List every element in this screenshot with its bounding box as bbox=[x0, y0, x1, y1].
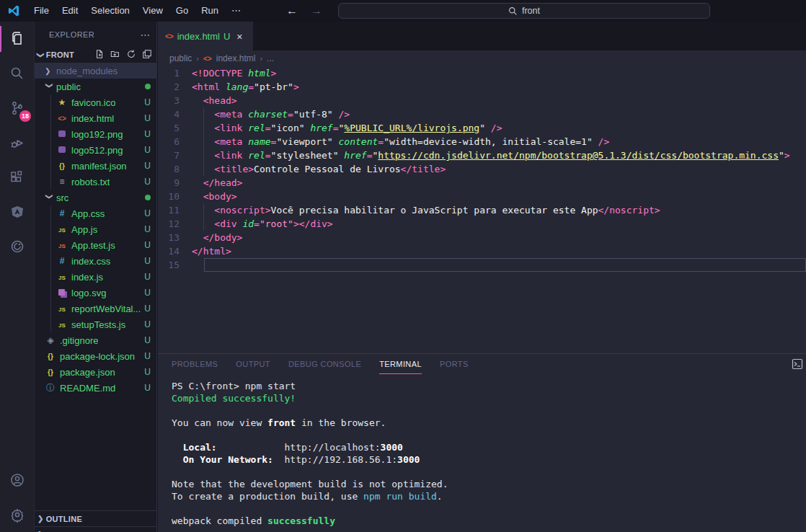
breadcrumb-public[interactable]: public bbox=[169, 53, 192, 63]
panel-tab-debug-console[interactable]: DEBUG CONSOLE bbox=[288, 354, 361, 374]
terminal-output[interactable]: PS C:\front> npm startCompiled successfu… bbox=[158, 374, 806, 527]
new-terminal-icon[interactable] bbox=[792, 358, 803, 370]
file-label: public bbox=[56, 81, 81, 92]
file-robots-txt[interactable]: ≡robots.txtU bbox=[35, 174, 156, 190]
search-icon bbox=[9, 65, 26, 82]
editor-area: <> index.html U × public › <> index.html… bbox=[158, 22, 806, 353]
activity-source-control[interactable]: 18 bbox=[0, 91, 35, 125]
panel-tab-problems[interactable]: PROBLEMS bbox=[172, 354, 218, 374]
folder-public[interactable]: ❯public bbox=[35, 79, 156, 94]
code-line-12[interactable]: 12 <div id="root"></div> bbox=[158, 217, 806, 231]
file-index-js[interactable]: JSindex.jsU bbox=[35, 269, 156, 285]
menu-item-selection[interactable]: Selection bbox=[84, 0, 136, 22]
activity-run-debug[interactable] bbox=[0, 125, 35, 160]
file-index-css[interactable]: #index.cssU bbox=[35, 253, 156, 269]
menu-item-view[interactable]: View bbox=[136, 0, 169, 22]
new-file-button[interactable] bbox=[94, 49, 105, 61]
folder-src[interactable]: ❯src bbox=[35, 190, 156, 205]
breadcrumb-symbol[interactable]: ... bbox=[267, 53, 274, 63]
breadcrumb-file[interactable]: index.html bbox=[216, 53, 256, 63]
file-logo512-png[interactable]: logo512.pngU bbox=[35, 142, 156, 158]
panel-tab-ports[interactable]: PORTS bbox=[440, 354, 469, 374]
history-navigation: ← → bbox=[286, 4, 322, 17]
git-modified-dot bbox=[145, 195, 151, 200]
code-line-15[interactable]: 15 bbox=[158, 258, 806, 272]
file-label: logo192.png bbox=[71, 129, 123, 140]
panel-actions bbox=[792, 358, 803, 373]
collapse-all-button[interactable] bbox=[142, 49, 152, 61]
line-number: 7 bbox=[158, 148, 192, 162]
panel-tab-output[interactable]: OUTPUT bbox=[236, 354, 270, 374]
folder-node-modules[interactable]: ❯node_modules bbox=[35, 63, 156, 79]
code-line-9[interactable]: 9 </head> bbox=[158, 176, 806, 190]
activity-settings[interactable] bbox=[0, 497, 35, 532]
code-line-10[interactable]: 10 <body> bbox=[158, 190, 806, 203]
file-logo-svg[interactable]: logo.svgU bbox=[35, 285, 156, 301]
file-label: App.js bbox=[71, 224, 97, 235]
file-logo192-png[interactable]: logo192.pngU bbox=[35, 126, 156, 142]
file--gitignore[interactable]: ◈.gitignoreU bbox=[35, 332, 156, 348]
file-package-json[interactable]: {}package.jsonU bbox=[35, 364, 156, 380]
file-favicon-ico[interactable]: ★favicon.icoU bbox=[35, 94, 156, 110]
code-line-7[interactable]: 7 <link rel="stylesheet" href="https://c… bbox=[158, 148, 806, 162]
file-reportwebvital-[interactable]: JSreportWebVital...U bbox=[35, 301, 156, 316]
code-line-8[interactable]: 8 <title>Controle Pessoal de Livros</tit… bbox=[158, 162, 806, 176]
menu-item-edit[interactable]: Edit bbox=[56, 0, 84, 22]
code-line-text: <meta name="viewport" content="width=dev… bbox=[192, 135, 806, 148]
code-line-1[interactable]: 1<!DOCTYPE html> bbox=[158, 66, 806, 80]
code-editor[interactable]: 1<!DOCTYPE html>2<html lang="pt-br">3 <h… bbox=[158, 66, 806, 353]
close-icon[interactable]: × bbox=[236, 31, 242, 43]
code-line-6[interactable]: 6 <meta name="viewport" content="width=d… bbox=[158, 135, 806, 148]
menu-item-file[interactable]: File bbox=[27, 0, 56, 22]
menu-item-more[interactable]: ⋯ bbox=[225, 0, 247, 22]
code-line-text: <meta charset="utf-8" /> bbox=[192, 107, 806, 121]
file-package-lock-json[interactable]: {}package-lock.jsonU bbox=[35, 348, 156, 364]
code-line-3[interactable]: 3 <head> bbox=[158, 94, 806, 107]
accounts-icon bbox=[9, 471, 26, 489]
code-line-2[interactable]: 2<html lang="pt-br"> bbox=[158, 80, 806, 94]
file-app-js[interactable]: JSApp.jsU bbox=[35, 221, 156, 237]
panel-tab-terminal[interactable]: TERMINAL bbox=[379, 354, 422, 374]
activity-shield-a-extension[interactable] bbox=[0, 195, 35, 229]
code-line-14[interactable]: 14</html> bbox=[158, 244, 806, 258]
line-number: 12 bbox=[158, 217, 192, 231]
explorer-section-front[interactable]: ❯ FRONT bbox=[35, 47, 156, 63]
code-line-13[interactable]: 13 </body> bbox=[158, 231, 806, 244]
activity-search[interactable] bbox=[0, 56, 35, 91]
js-file-icon: JS bbox=[56, 225, 68, 234]
refresh-button[interactable] bbox=[126, 49, 136, 61]
explorer-more-actions-icon[interactable]: ⋯ bbox=[141, 29, 151, 40]
file-setuptests-js[interactable]: JSsetupTests.jsU bbox=[35, 316, 156, 332]
git-untracked-badge: U bbox=[144, 367, 151, 377]
new-folder-button[interactable] bbox=[110, 49, 120, 61]
circle-extension-icon bbox=[9, 238, 26, 255]
tab-index-html[interactable]: <> index.html U × bbox=[158, 22, 253, 50]
file-app-test-js[interactable]: JSApp.test.jsU bbox=[35, 237, 156, 253]
chevron-right-icon: ❯ bbox=[37, 515, 44, 523]
activity-circle-extension[interactable] bbox=[0, 229, 35, 264]
git-untracked-badge: U bbox=[144, 351, 151, 361]
activity-explorer[interactable] bbox=[0, 22, 35, 56]
code-line-5[interactable]: 5 <link rel="icon" href="%PUBLIC_URL%/li… bbox=[158, 121, 806, 135]
code-line-4[interactable]: 4 <meta charset="utf-8" /> bbox=[158, 107, 806, 121]
menu-item-go[interactable]: Go bbox=[169, 0, 195, 22]
css-file-icon: # bbox=[56, 256, 68, 266]
terminal-line: Compiled successfully! bbox=[172, 392, 806, 404]
forward-arrow-icon[interactable]: → bbox=[311, 4, 322, 17]
file-readme-md[interactable]: ⓘREADME.mdU bbox=[35, 380, 156, 396]
section-outline[interactable]: ❯OUTLINE bbox=[35, 510, 156, 526]
js-test-file-icon: JS bbox=[56, 241, 68, 249]
git-untracked-badge: U bbox=[144, 303, 151, 314]
line-number: 11 bbox=[158, 203, 192, 217]
section-timeline[interactable]: ❯TIMELINE bbox=[35, 526, 156, 532]
file-index-html[interactable]: <>index.htmlU bbox=[35, 110, 156, 126]
back-arrow-icon[interactable]: ← bbox=[286, 4, 298, 17]
activity-extensions[interactable] bbox=[0, 160, 35, 195]
code-line-11[interactable]: 11 <noscript>Você precisa habilitar o Ja… bbox=[158, 203, 806, 217]
file-manifest-json[interactable]: {}manifest.jsonU bbox=[35, 158, 156, 174]
git-untracked-badge: U bbox=[144, 335, 151, 345]
command-center-search[interactable]: front bbox=[338, 3, 710, 19]
file-app-css[interactable]: #App.cssU bbox=[35, 205, 156, 221]
activity-accounts[interactable] bbox=[0, 463, 35, 497]
menu-item-run[interactable]: Run bbox=[195, 0, 225, 22]
